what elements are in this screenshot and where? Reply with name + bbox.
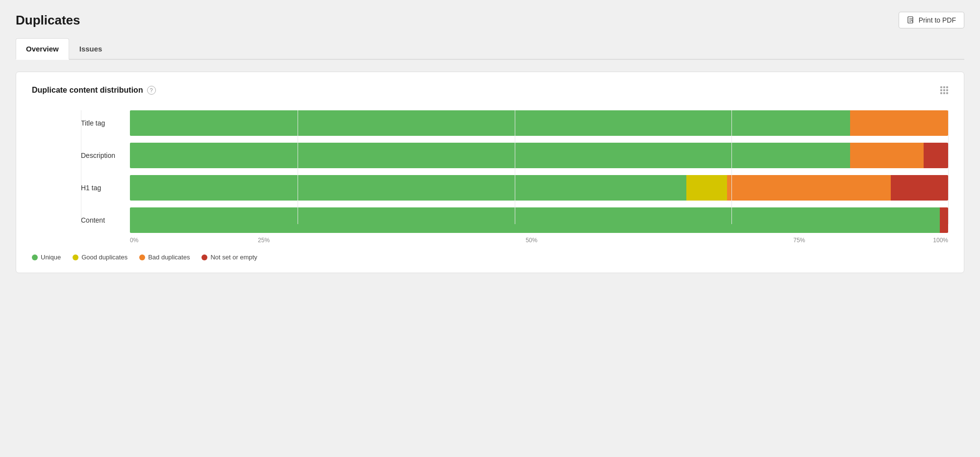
legend-label: Unique [41,254,61,261]
view-toggle-icon[interactable] [940,86,948,94]
legend-dot [139,254,145,260]
legend: UniqueGood duplicatesBad duplicatesNot s… [32,254,948,261]
card-title: Duplicate content distribution [32,86,143,95]
legend-dot [73,254,78,260]
x-label-25: 25% [130,237,398,244]
tabs-bar: Overview Issues [16,38,964,60]
bar-row: H1 tag [81,175,948,201]
x-label-100: 100% [933,237,948,244]
bar-container [130,143,948,168]
bar-label: H1 tag [81,184,130,192]
bar-segment [850,143,924,168]
tab-issues[interactable]: Issues [69,38,113,59]
legend-dot [201,254,207,260]
bar-row: Title tag [81,110,948,136]
chart-area: Title tagDescriptionH1 tagContent 0% 25%… [32,110,948,244]
bar-label: Title tag [81,119,130,127]
bar-rows: Title tagDescriptionH1 tagContent [81,110,948,233]
x-label-75: 75% [665,237,933,244]
bar-row: Description [81,143,948,168]
bar-row: Content [81,207,948,233]
legend-item: Not set or empty [201,254,257,261]
bar-label: Content [81,216,130,224]
bar-segment [130,207,940,233]
help-icon[interactable]: ? [147,86,156,95]
x-label-50: 50% [398,237,665,244]
bar-segment [850,110,948,136]
card-title-row: Duplicate content distribution ? [32,86,156,95]
distribution-card: Duplicate content distribution ? [16,72,964,273]
tab-overview[interactable]: Overview [16,38,69,60]
bar-segment [686,175,727,201]
bar-segment [130,143,850,168]
x-axis: 0% 25% 50% 75% 100% [81,237,948,244]
page-title: Duplicates [16,13,80,28]
page-header: Duplicates Print to PDF [16,12,964,28]
bar-segment [924,143,948,168]
card-header: Duplicate content distribution ? [32,86,948,95]
legend-item: Unique [32,254,61,261]
legend-label: Bad duplicates [148,254,190,261]
bar-container [130,207,948,233]
bar-segment [727,175,891,201]
print-to-pdf-button[interactable]: Print to PDF [899,12,964,28]
legend-label: Good duplicates [81,254,127,261]
bar-segment [130,110,850,136]
legend-label: Not set or empty [210,254,257,261]
legend-item: Good duplicates [73,254,127,261]
legend-item: Bad duplicates [139,254,190,261]
bar-container [130,110,948,136]
bar-segment [940,207,948,233]
print-button-label: Print to PDF [919,16,956,24]
pdf-icon [907,16,915,24]
bar-container [130,175,948,201]
bar-label: Description [81,152,130,159]
bar-segment [130,175,686,201]
legend-dot [32,254,38,260]
bar-segment [891,175,948,201]
